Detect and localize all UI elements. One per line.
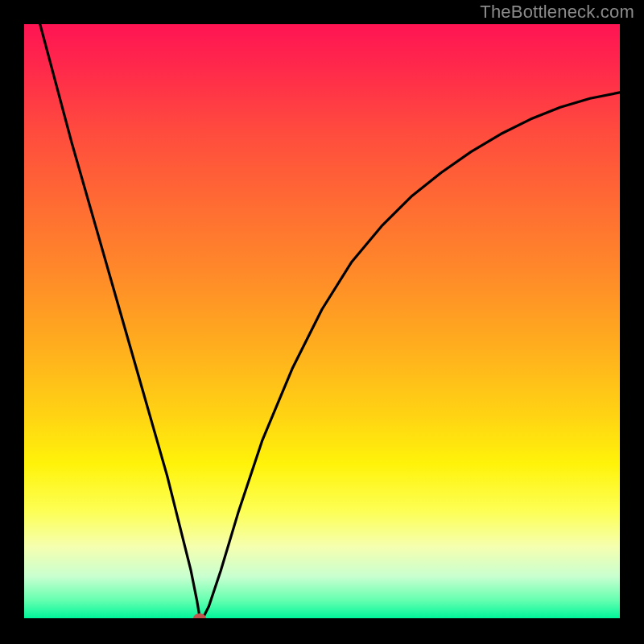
watermark-text: TheBottleneck.com <box>480 2 634 23</box>
curve-svg <box>24 24 620 618</box>
plot-area <box>24 24 620 618</box>
bottleneck-curve <box>24 24 620 618</box>
minimum-marker <box>193 613 206 618</box>
chart-frame: TheBottleneck.com <box>0 0 644 644</box>
